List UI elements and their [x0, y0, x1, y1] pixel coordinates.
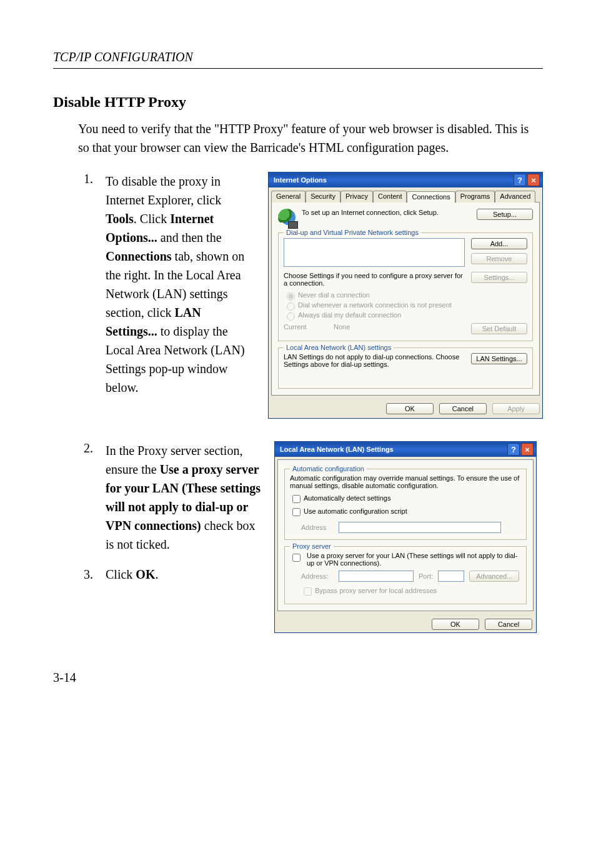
proxy-address-input — [339, 571, 414, 582]
running-head: TCP/IP CONFIGURATION — [53, 50, 543, 69]
intro-paragraph: You need to verify that the "HTTP Proxy"… — [78, 119, 543, 157]
choose-settings-text: Choose Settings if you need to configure… — [284, 272, 465, 287]
lan-group: Local Area Network (LAN) settings LAN Se… — [278, 347, 533, 389]
cancel-button[interactable]: Cancel — [485, 619, 532, 630]
current-value: None — [334, 323, 465, 331]
remove-button: Remove — [471, 253, 527, 264]
internet-options-titlebar[interactable]: Internet Options ? × — [269, 172, 542, 187]
advanced-button: Advanced... — [469, 571, 519, 582]
lan-text: LAN Settings do not apply to dial-up con… — [284, 353, 465, 368]
step-1-text: To disable the proxy in Internet Explore… — [106, 172, 256, 419]
dialup-listbox[interactable] — [284, 238, 465, 267]
radio-whenever-input — [287, 302, 295, 311]
radio-never-input — [287, 292, 295, 301]
bypass-input — [304, 587, 312, 596]
globe-icon — [278, 209, 296, 226]
ok-button[interactable]: OK — [386, 403, 434, 414]
auto-config-text: Automatic configuration may override man… — [290, 474, 521, 489]
auto-script-checkbox[interactable]: Use automatic configuration script — [290, 507, 407, 515]
proxy-legend: Proxy server — [290, 542, 334, 550]
address-input — [339, 522, 501, 533]
step-1: 1. To disable the proxy in Internet Expl… — [53, 172, 543, 419]
auto-config-legend: Automatic configuration — [290, 465, 367, 472]
address-label: Address — [301, 524, 334, 531]
running-head-text: TCP/IP CONFIGURATION — [53, 50, 193, 64]
help-icon[interactable]: ? — [514, 174, 526, 186]
step-2-number: 2. — [76, 441, 93, 633]
lan-body: Automatic configuration Automatic config… — [277, 459, 534, 611]
lan-settings-dialog: Local Area Network (LAN) Settings ? × Au… — [274, 441, 537, 633]
lan-title: Local Area Network (LAN) Settings — [280, 446, 394, 453]
tabs-row: General Security Privacy Content Connect… — [269, 187, 542, 202]
proxy-port-label: Port: — [419, 572, 433, 580]
set-default-button: Set Default — [471, 323, 527, 334]
step-1-number: 1. — [76, 172, 93, 419]
tab-privacy[interactable]: Privacy — [340, 191, 373, 202]
section-title: Disable HTTP Proxy — [53, 94, 543, 111]
current-label: Current — [284, 323, 327, 331]
apply-button: Apply — [492, 403, 540, 414]
dialup-legend: Dial-up and Virtual Private Network sett… — [284, 229, 421, 236]
step-2-text: In the Proxy server section, ensure the … — [106, 441, 262, 633]
proxy-address-label: Address: — [301, 572, 334, 580]
ok-button[interactable]: OK — [432, 619, 479, 630]
internet-options-dialog: Internet Options ? × General Security Pr… — [268, 172, 543, 419]
lan-legend: Local Area Network (LAN) settings — [284, 344, 394, 351]
setup-button[interactable]: Setup... — [477, 209, 533, 220]
step-2: 2. In the Proxy server section, ensure t… — [53, 441, 543, 633]
auto-detect-input[interactable] — [292, 495, 300, 503]
add-button[interactable]: Add... — [471, 238, 527, 249]
use-proxy-text: Use a proxy server for your LAN (These s… — [307, 552, 521, 567]
proxy-port-input — [438, 571, 464, 582]
setup-text: To set up an Internet connection, click … — [302, 209, 470, 216]
tab-advanced[interactable]: Advanced — [495, 191, 535, 202]
lan-titlebar[interactable]: Local Area Network (LAN) Settings ? × — [275, 442, 536, 457]
use-proxy-checkbox[interactable] — [292, 554, 300, 562]
radio-always-dial: Always dial my default connection — [284, 311, 401, 319]
tab-connections[interactable]: Connections — [407, 191, 455, 203]
internet-options-title: Internet Options — [274, 176, 327, 184]
tab-content[interactable]: Content — [373, 191, 407, 202]
cancel-button[interactable]: Cancel — [439, 403, 487, 414]
close-icon[interactable]: × — [521, 443, 534, 456]
close-icon[interactable]: × — [527, 174, 540, 186]
radio-dial-whenever: Dial whenever a network connection is no… — [284, 301, 452, 309]
page-number: 3-14 — [53, 671, 543, 685]
lan-settings-button[interactable]: LAN Settings... — [471, 353, 527, 364]
radio-never-dial: Never dial a connection — [284, 291, 370, 299]
auto-detect-checkbox[interactable]: Automatically detect settings — [290, 494, 390, 502]
proxy-server-group: Proxy server Use a proxy server for your… — [284, 546, 527, 604]
tab-security[interactable]: Security — [305, 191, 340, 202]
dialup-group: Dial-up and Virtual Private Network sett… — [278, 232, 533, 341]
step-3-number: 3. — [76, 565, 93, 584]
tab-programs[interactable]: Programs — [455, 191, 495, 202]
tab-general[interactable]: General — [271, 191, 305, 202]
radio-always-input — [287, 312, 295, 321]
bypass-checkbox: Bypass proxy server for local addresses — [301, 587, 437, 594]
tab-page-connections: To set up an Internet connection, click … — [271, 202, 540, 396]
lan-button-row: OK Cancel — [275, 614, 536, 632]
auto-script-input[interactable] — [292, 508, 300, 516]
dialog-button-row: OK Cancel Apply — [269, 398, 542, 418]
auto-config-group: Automatic configuration Automatic config… — [284, 469, 527, 540]
help-icon[interactable]: ? — [507, 443, 520, 456]
settings-button: Settings... — [471, 272, 527, 283]
